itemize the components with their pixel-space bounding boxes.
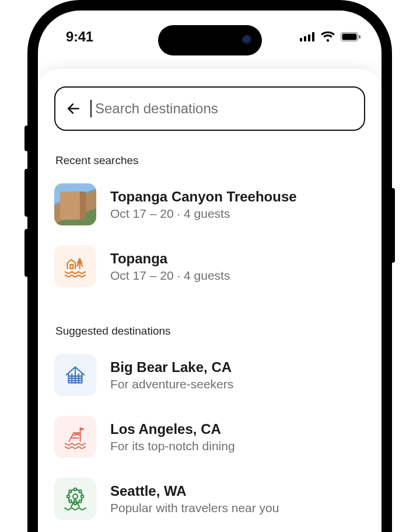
recent-search-item[interactable]: Topanga Canyon Treehouse Oct 17 – 20 · 4…	[54, 178, 365, 239]
svg-point-27	[79, 490, 81, 492]
suggested-destinations-heading: Suggested destinations	[55, 325, 365, 338]
item-subtitle: Oct 17 – 20 · 4 guests	[110, 269, 230, 283]
suggested-destination-item[interactable]: Seattle, WA Popular with travelers near …	[54, 472, 365, 532]
battery-icon	[341, 32, 360, 41]
lifeguard-icon	[54, 416, 96, 458]
suggested-destination-item[interactable]: Big Bear Lake, CA For adventure-seekers	[54, 348, 365, 410]
status-time: 9:41	[66, 29, 93, 45]
svg-rect-0	[300, 38, 302, 41]
item-subtitle: For adventure-seekers	[110, 377, 233, 391]
dynamic-island	[158, 25, 262, 55]
svg-point-21	[73, 494, 78, 499]
search-panel: Recent searches Topanga Canyon Treehouse…	[38, 69, 382, 532]
svg-point-24	[67, 495, 69, 498]
svg-rect-5	[342, 34, 357, 40]
svg-point-26	[69, 490, 71, 492]
svg-point-25	[81, 495, 83, 498]
svg-rect-8	[70, 265, 73, 269]
device-frame: 9:41	[27, 0, 392, 532]
svg-rect-6	[359, 35, 360, 39]
search-bar[interactable]	[54, 86, 365, 131]
svg-rect-2	[308, 34, 310, 41]
back-arrow-icon[interactable]	[66, 101, 81, 116]
item-title: Los Angeles, CA	[110, 420, 235, 438]
item-subtitle: Popular with travelers near you	[110, 501, 279, 515]
item-title: Topanga Canyon Treehouse	[110, 188, 297, 206]
suggested-destination-item[interactable]: Los Angeles, CA For its top-notch dining	[54, 410, 365, 472]
lake-icon	[54, 245, 96, 287]
text-cursor	[90, 100, 92, 117]
svg-point-29	[79, 500, 81, 502]
svg-point-22	[74, 488, 76, 491]
svg-rect-1	[304, 36, 306, 41]
front-camera	[242, 35, 253, 46]
cabin-icon	[54, 354, 96, 396]
item-title: Big Bear Lake, CA	[110, 359, 233, 376]
search-input[interactable]	[95, 100, 354, 117]
recent-search-item[interactable]: Topanga Oct 17 – 20 · 4 guests	[54, 239, 365, 301]
svg-rect-3	[312, 32, 314, 41]
item-title: Topanga	[110, 250, 230, 267]
item-subtitle: For its top-notch dining	[110, 439, 235, 453]
ferris-wheel-icon	[54, 478, 96, 520]
item-subtitle: Oct 17 – 20 · 4 guests	[110, 207, 297, 221]
svg-point-28	[69, 500, 71, 502]
item-title: Seattle, WA	[110, 482, 279, 500]
svg-point-23	[74, 502, 76, 505]
recent-searches-heading: Recent searches	[55, 154, 365, 167]
cellular-signal-icon	[300, 32, 315, 41]
listing-photo-thumbnail	[54, 183, 96, 225]
wifi-icon	[321, 32, 335, 42]
screen: 9:41	[38, 11, 382, 532]
status-indicators	[300, 32, 360, 42]
